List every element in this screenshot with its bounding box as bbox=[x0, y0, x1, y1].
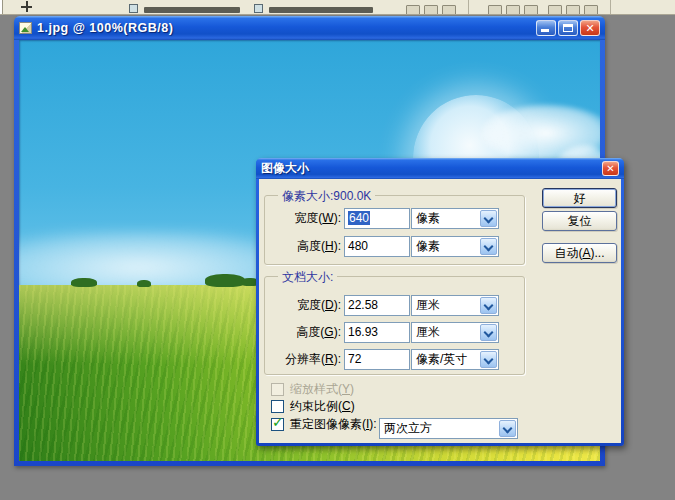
constrain-proportions-label: 约束比例(C) bbox=[290, 399, 355, 413]
toolbar-icon[interactable] bbox=[406, 5, 420, 15]
doc-width-label: 宽度(D): bbox=[267, 295, 341, 316]
document-size-group: 文档大小: 宽度(D): 22.58 厘米 高度(G): 16.93 厘米 分辨… bbox=[264, 276, 525, 375]
maximize-button[interactable] bbox=[558, 20, 578, 36]
doc-height-input[interactable]: 16.93 bbox=[344, 322, 410, 343]
chevron-down-icon[interactable] bbox=[480, 297, 497, 314]
reset-button[interactable]: 复位 bbox=[542, 211, 617, 231]
doc-height-label: 高度(G): bbox=[267, 322, 341, 343]
dialog-body: 像素大小:900.0K 宽度(W): 640 像素 高度(H): 480 像素 … bbox=[259, 179, 621, 443]
pixel-height-label: 高度(H): bbox=[267, 236, 341, 257]
close-button[interactable]: ✕ bbox=[580, 20, 600, 36]
scale-styles-option: ✓缩放样式(Y) bbox=[271, 382, 354, 398]
doc-width-input[interactable]: 22.58 bbox=[344, 295, 410, 316]
toolbar-icon[interactable] bbox=[488, 5, 502, 15]
pixel-width-input[interactable]: 640 bbox=[344, 208, 410, 229]
check-icon: ✓ bbox=[272, 415, 284, 430]
dialog-close-button[interactable]: ✕ bbox=[602, 161, 619, 176]
toolbar-icon[interactable] bbox=[424, 5, 438, 15]
doc-width-row: 宽度(D): 22.58 厘米 bbox=[265, 295, 524, 316]
tree-graphic bbox=[205, 274, 245, 287]
doc-width-unit-select[interactable]: 厘米 bbox=[411, 295, 499, 316]
maximize-icon bbox=[563, 24, 573, 32]
toolbar-label bbox=[144, 7, 240, 13]
dialog-title: 图像大小 bbox=[261, 160, 309, 177]
doc-height-unit-select[interactable]: 厘米 bbox=[411, 322, 499, 343]
chevron-down-icon[interactable] bbox=[480, 238, 497, 255]
toolbar-icon[interactable] bbox=[524, 5, 538, 15]
toolbar-icon[interactable] bbox=[21, 1, 32, 12]
resample-image-label: 重定图像像素(I): bbox=[290, 417, 377, 431]
pixel-dimensions-label: 像素大小:900.0K bbox=[278, 188, 375, 205]
doc-height-row: 高度(G): 16.93 厘米 bbox=[265, 322, 524, 343]
toolbar-checkbox[interactable] bbox=[129, 4, 138, 13]
resample-image-option: ✓重定图像像素(I): bbox=[271, 417, 377, 433]
pixel-dimensions-group: 像素大小:900.0K 宽度(W): 640 像素 高度(H): 480 像素 bbox=[264, 195, 525, 265]
resolution-row: 分辨率(R): 72 像素/英寸 bbox=[265, 349, 524, 370]
resample-image-checkbox[interactable]: ✓ bbox=[271, 418, 284, 431]
pixel-height-input[interactable]: 480 bbox=[344, 236, 410, 257]
image-window-title: 1.jpg @ 100%(RGB/8) bbox=[37, 21, 173, 35]
scale-styles-checkbox[interactable]: ✓ bbox=[271, 383, 284, 396]
minimize-button[interactable] bbox=[536, 20, 556, 36]
resolution-label: 分辨率(R): bbox=[267, 349, 341, 370]
image-file-icon bbox=[19, 22, 32, 34]
tree-graphic bbox=[71, 278, 97, 287]
pixel-width-label: 宽度(W): bbox=[267, 208, 341, 229]
pixel-height-unit-select[interactable]: 像素 bbox=[411, 236, 499, 257]
scale-styles-label: 缩放样式(Y) bbox=[290, 382, 354, 396]
chevron-down-icon[interactable] bbox=[499, 420, 516, 437]
toolbar-icon[interactable] bbox=[566, 5, 580, 15]
auto-button[interactable]: 自动(A)... bbox=[542, 243, 617, 263]
resolution-unit-select[interactable]: 像素/英寸 bbox=[411, 349, 499, 370]
toolbar-icon[interactable] bbox=[584, 5, 598, 15]
window-controls: ✕ bbox=[536, 20, 600, 36]
toolbar-icon[interactable] bbox=[548, 5, 562, 15]
resolution-input[interactable]: 72 bbox=[344, 349, 410, 370]
chevron-down-icon[interactable] bbox=[480, 324, 497, 341]
image-window-titlebar[interactable]: 1.jpg @ 100%(RGB/8) ✕ bbox=[14, 16, 605, 40]
toolbar-icon[interactable] bbox=[442, 5, 456, 15]
pixel-width-unit-select[interactable]: 像素 bbox=[411, 208, 499, 229]
toolbar-separator bbox=[610, 0, 611, 15]
options-bar bbox=[0, 0, 675, 15]
pixel-height-row: 高度(H): 480 像素 bbox=[265, 236, 524, 257]
constrain-proportions-option: ✓约束比例(C) bbox=[271, 399, 355, 415]
minimize-icon bbox=[541, 29, 549, 32]
pixel-width-row: 宽度(W): 640 像素 bbox=[265, 208, 524, 229]
toolbar-icon[interactable] bbox=[506, 5, 520, 15]
photoshop-workspace: 1.jpg @ 100%(RGB/8) ✕ 图像大小 ✕ bbox=[0, 0, 675, 500]
resample-method-select[interactable]: 两次立方 bbox=[379, 418, 518, 439]
palette-edge bbox=[0, 0, 3, 14]
document-size-label: 文档大小: bbox=[278, 269, 337, 286]
chevron-down-icon[interactable] bbox=[480, 351, 497, 368]
image-size-dialog: 图像大小 ✕ 像素大小:900.0K 宽度(W): 640 像素 高度(H): … bbox=[256, 158, 624, 446]
chevron-down-icon[interactable] bbox=[480, 210, 497, 227]
dialog-titlebar[interactable]: 图像大小 ✕ bbox=[256, 158, 624, 179]
toolbar-label bbox=[269, 7, 373, 13]
toolbar-separator bbox=[468, 0, 469, 15]
ok-button[interactable]: 好 bbox=[542, 188, 617, 208]
constrain-proportions-checkbox[interactable]: ✓ bbox=[271, 400, 284, 413]
toolbar-checkbox[interactable] bbox=[254, 4, 263, 13]
tree-graphic bbox=[137, 280, 151, 287]
